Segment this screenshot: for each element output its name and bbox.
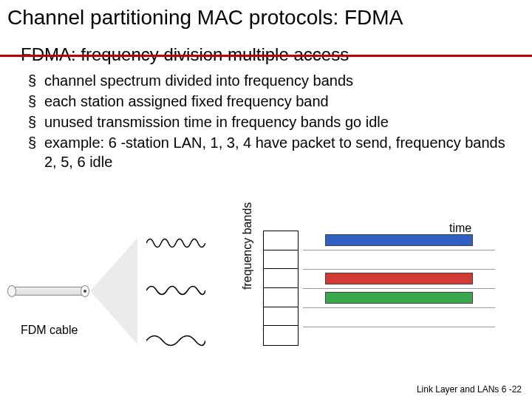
packet-bar-band4 bbox=[325, 292, 473, 304]
list-item: unused transmission time in frequency ba… bbox=[44, 112, 517, 132]
fdma-diagram: FDM cable frequency bands time bbox=[0, 222, 532, 384]
wave-med-icon bbox=[146, 282, 205, 299]
band-row bbox=[264, 231, 298, 250]
list-item: each station assigned fixed frequency ba… bbox=[44, 92, 517, 111]
band-row bbox=[264, 269, 298, 288]
wave-low-icon bbox=[146, 332, 205, 349]
band-row bbox=[264, 326, 298, 345]
title-underline bbox=[0, 55, 532, 57]
fdm-cable-icon bbox=[7, 282, 96, 300]
slide-subtitle: FDMA: frequency division multiple access bbox=[0, 30, 532, 71]
band-row bbox=[264, 307, 298, 327]
frequency-band-grid bbox=[263, 231, 299, 346]
bullet-list: channel spectrum divided into frequency … bbox=[0, 71, 532, 171]
slide-title: Channel partitioning MAC protocols: FDMA bbox=[0, 0, 532, 30]
slide-footer: Link Layer and LANs 6 -22 bbox=[417, 384, 522, 395]
yaxis-label: frequency bands bbox=[241, 202, 254, 290]
active-bars bbox=[303, 231, 495, 346]
band-row bbox=[264, 250, 298, 270]
band-row bbox=[264, 288, 298, 307]
packet-bar-band1 bbox=[325, 234, 473, 246]
list-item: example: 6 -station LAN, 1, 3, 4 have pa… bbox=[44, 133, 517, 171]
packet-bar-band3 bbox=[325, 273, 473, 284]
cable-label: FDM cable bbox=[21, 324, 78, 337]
signal-cone bbox=[90, 238, 137, 344]
list-item: channel spectrum divided into frequency … bbox=[44, 71, 517, 90]
wave-high-icon bbox=[146, 235, 205, 251]
